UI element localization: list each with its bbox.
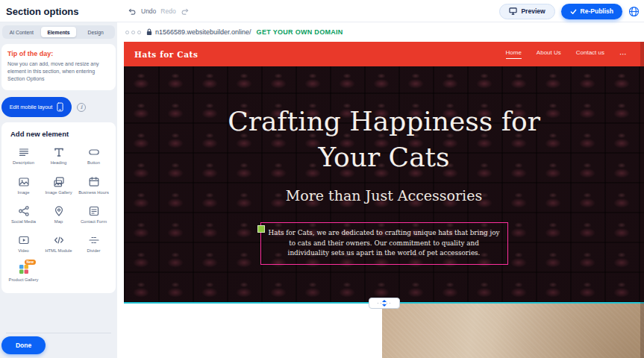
- image-icon: [18, 176, 30, 188]
- html-module-icon: [53, 234, 65, 246]
- nav-contact-us[interactable]: Contact us: [576, 49, 604, 59]
- add-element-title: Add new element: [10, 130, 111, 138]
- check-icon: [570, 8, 577, 15]
- contact-form-icon: [88, 205, 100, 217]
- window-dot: [131, 31, 135, 34]
- element-image-gallery[interactable]: Image Gallery: [41, 176, 76, 195]
- resize-grip-dots: [378, 303, 391, 304]
- add-element-panel: Add new element Description Heading Butt…: [1, 122, 116, 292]
- hero-section[interactable]: Crafting Happiness for Your Cats More th…: [124, 66, 644, 303]
- hero-body-text: Hats for Cats, we are dedicated to craft…: [269, 229, 500, 257]
- element-divider[interactable]: Divider: [76, 234, 111, 254]
- done-button[interactable]: Done: [1, 336, 46, 354]
- description-icon: [18, 146, 30, 158]
- mobile-layout-row: Edit mobile layout i: [1, 97, 116, 117]
- social-media-icon: [18, 205, 30, 217]
- element-button[interactable]: Button: [76, 146, 111, 166]
- monitor-icon: [509, 7, 517, 15]
- website-preview: Hats for Cats Home About Us Contact us ⋯…: [124, 42, 644, 358]
- undo-button[interactable]: Undo: [141, 7, 156, 15]
- browser-window-dots: [125, 31, 141, 34]
- element-business-hours[interactable]: Business Hours: [76, 176, 111, 195]
- site-url[interactable]: n1566589.websitebuilder.online/: [155, 28, 251, 36]
- browser-bar: n1566589.websitebuilder.online/ GET YOUR…: [117, 22, 644, 42]
- section-resize-handle[interactable]: [369, 298, 400, 309]
- next-section-photo: [382, 303, 644, 358]
- preview-button[interactable]: Preview: [499, 4, 554, 19]
- republish-button-label: Re-Publish: [581, 7, 613, 15]
- tab-ai-content[interactable]: AI Content: [4, 27, 40, 37]
- element-description[interactable]: Description: [6, 146, 41, 166]
- divider-icon: [88, 234, 100, 246]
- edit-mobile-layout-button[interactable]: Edit mobile layout: [1, 97, 72, 117]
- redo-icon[interactable]: [181, 7, 189, 16]
- preview-button-label: Preview: [521, 7, 545, 15]
- map-icon: [53, 205, 65, 217]
- window-dot: [125, 31, 129, 34]
- history-controls: Undo Redo: [128, 0, 189, 22]
- phone-icon: [57, 102, 63, 112]
- site-nav: Home About Us Contact us ⋯: [506, 49, 628, 59]
- image-gallery-icon: [53, 176, 65, 188]
- resize-down-arrow-icon: [382, 304, 387, 307]
- product-gallery-icon: [18, 263, 30, 275]
- heading-icon: [53, 146, 65, 158]
- tab-design[interactable]: Design: [78, 27, 113, 37]
- get-domain-link[interactable]: GET YOUR OWN DOMAIN: [257, 28, 343, 36]
- element-image[interactable]: Image: [6, 176, 41, 195]
- video-icon: [18, 234, 30, 246]
- nav-home[interactable]: Home: [506, 49, 522, 59]
- element-social-media[interactable]: Social Media: [6, 205, 41, 224]
- window-dot: [137, 31, 141, 34]
- tip-title: Tip of the day:: [7, 50, 110, 57]
- nav-more-menu[interactable]: ⋯: [619, 50, 628, 58]
- tab-elements[interactable]: Elements: [41, 27, 77, 37]
- nav-about-us[interactable]: About Us: [537, 49, 561, 59]
- sidebar-divider: [6, 333, 111, 333]
- language-globe-icon[interactable]: [628, 6, 640, 17]
- topbar-actions: Preview Re-Publish: [499, 0, 640, 22]
- editor-sidebar: AI Content Elements Design Tip of the da…: [0, 22, 117, 358]
- undo-icon[interactable]: [128, 7, 137, 16]
- hero-subheading[interactable]: More than Just Accessories: [124, 187, 644, 204]
- element-map[interactable]: Map: [41, 205, 76, 224]
- business-hours-icon: [88, 176, 100, 188]
- lock-icon: [146, 28, 152, 36]
- preview-scrollbar[interactable]: [640, 42, 644, 358]
- edit-mobile-layout-label: Edit mobile layout: [10, 104, 53, 110]
- preview-canvas: n1566589.websitebuilder.online/ GET YOUR…: [117, 22, 644, 358]
- element-video[interactable]: Video: [6, 234, 41, 254]
- hero-heading[interactable]: Crafting Happiness for Your Cats: [198, 66, 571, 175]
- site-logo[interactable]: Hats for Cats: [134, 50, 198, 59]
- drag-handle-green[interactable]: [257, 225, 265, 233]
- tip-body: Now you can add, move and resize any ele…: [7, 60, 110, 83]
- republish-button[interactable]: Re-Publish: [561, 4, 622, 19]
- element-heading[interactable]: Heading: [41, 146, 76, 166]
- resize-up-arrow-icon: [382, 300, 387, 302]
- element-contact-form[interactable]: Contact Form: [76, 205, 111, 224]
- hero-text-block-selected[interactable]: Hats for Cats, we are dedicated to craft…: [260, 222, 508, 265]
- element-html-module[interactable]: HTML Module: [41, 234, 76, 254]
- top-toolbar: Section options Undo Redo Preview Re-Pub…: [0, 0, 644, 22]
- site-header: Hats for Cats Home About Us Contact us ⋯: [124, 42, 644, 66]
- tip-of-the-day-card: Tip of the day: Now you can add, move an…: [1, 44, 116, 90]
- element-grid: Description Heading Button Image Image G…: [6, 146, 111, 283]
- element-product-gallery[interactable]: New Product Gallery: [6, 263, 41, 283]
- panel-title: Section options: [6, 6, 79, 17]
- redo-button[interactable]: Redo: [160, 7, 175, 15]
- sidebar-tabs: AI Content Elements Design: [2, 25, 115, 39]
- next-section[interactable]: [124, 303, 644, 358]
- button-icon: [88, 146, 100, 158]
- new-badge: New: [25, 260, 36, 265]
- info-icon[interactable]: i: [77, 103, 86, 112]
